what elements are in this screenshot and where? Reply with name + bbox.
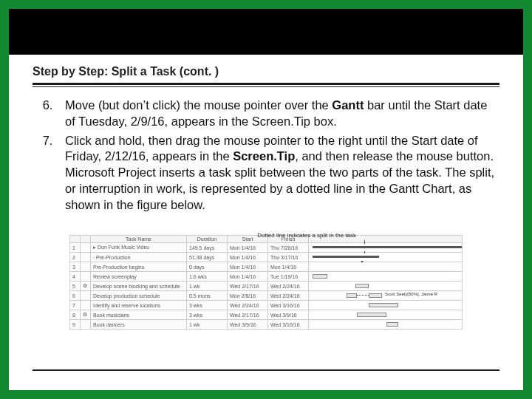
- gantt-cell: 3 wks: [187, 310, 228, 320]
- gantt-col-header: [70, 236, 81, 243]
- gantt-cell: [81, 291, 91, 301]
- gantt-chart-cell: [309, 272, 463, 282]
- gantt-cell: Develop scene blocking and schedule: [91, 282, 187, 291]
- gantt-chart-cell: [309, 243, 463, 253]
- gantt-cell: ⚙: [81, 310, 91, 320]
- gantt-cell: [81, 253, 91, 262]
- gantt-cell: Pre-Production begins: [91, 262, 187, 272]
- gantt-cell: Wed 2/24/16: [228, 301, 268, 310]
- gantt-cell: 5: [70, 282, 81, 291]
- gantt-figure: Dotted line indicates a split in the tas…: [69, 235, 463, 330]
- step-item: Click and hold, then drag the mouse poin…: [56, 133, 495, 214]
- table-row: 5⚙Develop scene blocking and schedule1 w…: [70, 282, 463, 291]
- gantt-cell: 8: [70, 310, 81, 320]
- gantt-cell: Develop production schedule: [91, 291, 187, 301]
- gantt-cell: ⚙: [81, 282, 91, 291]
- gantt-chart-cell: [309, 320, 463, 330]
- gantt-cell: Wed 2/17/16: [228, 282, 268, 291]
- gantt-chart-cell: [309, 301, 463, 310]
- gantt-chart-cell: [309, 282, 463, 291]
- gantt-cell: Wed 3/16/16: [268, 320, 309, 330]
- gantt-cell: Wed 3/9/16: [228, 320, 268, 330]
- gantt-cell: 4: [70, 272, 81, 282]
- table-row: 8⚙Book musicians3 wksWed 2/17/16Wed 3/9/…: [70, 310, 463, 320]
- gantt-col-header: [81, 236, 91, 243]
- title-rule: [33, 83, 499, 87]
- gantt-cell: Wed 2/24/16: [268, 282, 309, 291]
- table-row: 4Review screenplay1.6 wksMon 1/4/16Tue 1…: [70, 272, 463, 282]
- resource-label: Scott Seely[50%], Jamie R: [385, 292, 437, 296]
- gantt-cell: Review screenplay: [91, 272, 187, 282]
- gantt-cell: 9: [70, 320, 81, 330]
- table-row: 7Identify and reserve locations3 wksWed …: [70, 301, 463, 310]
- gantt-cell: Tue 1/19/16: [268, 272, 309, 282]
- gantt-cell: 0 days: [187, 262, 228, 272]
- footer-rule: [33, 369, 499, 371]
- callout-text: Dotted line indicates a split in the tas…: [257, 232, 356, 239]
- table-row: 6Develop production schedule0.5 monsMon …: [70, 291, 463, 301]
- gantt-cell: 1 wk: [187, 320, 228, 330]
- content-area: Step by Step: Split a Task (cont. ) Move…: [9, 55, 523, 330]
- gantt-cell: Book musicians: [91, 310, 187, 320]
- gantt-chart-cell: [309, 262, 463, 272]
- gantt-cell: Mon 1/4/16: [228, 272, 268, 282]
- gantt-cell: 1.6 wks: [187, 272, 228, 282]
- gantt-chart-cell: [309, 310, 463, 320]
- gantt-cell: 149.5 days: [187, 243, 228, 253]
- step-item: Move (but don’t click) the mouse pointer…: [56, 98, 495, 130]
- gantt-cell: · Pre-Production: [91, 253, 187, 262]
- slide-title: Step by Step: Split a Task (cont. ): [33, 65, 499, 78]
- step-list: Move (but don’t click) the mouse pointer…: [33, 98, 499, 213]
- gantt-cell: Wed 3/9/16: [268, 310, 309, 320]
- gantt-cell: 3: [70, 262, 81, 272]
- gantt-cell: Wed 2/17/16: [228, 310, 268, 320]
- gantt-cell: 0.5 mons: [187, 291, 228, 301]
- gantt-cell: 2: [70, 253, 81, 262]
- gantt-cell: Wed 2/24/16: [268, 291, 309, 301]
- gantt-cell: [81, 243, 91, 253]
- table-row: 9Book dancers1 wkWed 3/9/16Wed 3/16/16: [70, 320, 463, 330]
- gantt-cell: 3 wks: [187, 301, 228, 310]
- gantt-cell: 1: [70, 243, 81, 253]
- gantt-cell: 1 wk: [187, 282, 228, 291]
- slide-frame: Step by Step: Split a Task (cont. ) Move…: [0, 0, 532, 399]
- gantt-cell: 6: [70, 291, 81, 301]
- gantt-cell: Identify and reserve locations: [91, 301, 187, 310]
- gantt-cell: [81, 301, 91, 310]
- gantt-cell: 7: [70, 301, 81, 310]
- gantt-cell: Mon 1/4/16: [268, 262, 309, 272]
- gantt-cell: [81, 272, 91, 282]
- table-row: 3Pre-Production begins0 daysMon 1/4/16Mo…: [70, 262, 463, 272]
- gantt-cell: Mon 1/4/16: [228, 262, 268, 272]
- gantt-chart-cell: [309, 253, 463, 262]
- gantt-cell: [81, 320, 91, 330]
- gantt-cell: ▸ Don Funk Music Video: [91, 243, 187, 253]
- gantt-cell: Book dancers: [91, 320, 187, 330]
- header-bar: [9, 9, 523, 55]
- gantt-cell: Wed 3/16/16: [268, 301, 309, 310]
- gantt-col-header: Duration: [187, 236, 228, 243]
- gantt-chart-cell: Scott Seely[50%], Jamie R: [309, 291, 463, 301]
- gantt-cell: [81, 262, 91, 272]
- gantt-cell: Mon 2/8/16: [228, 291, 268, 301]
- gantt-col-header: Task Name: [91, 236, 187, 243]
- gantt-cell: 51.38 days: [187, 253, 228, 262]
